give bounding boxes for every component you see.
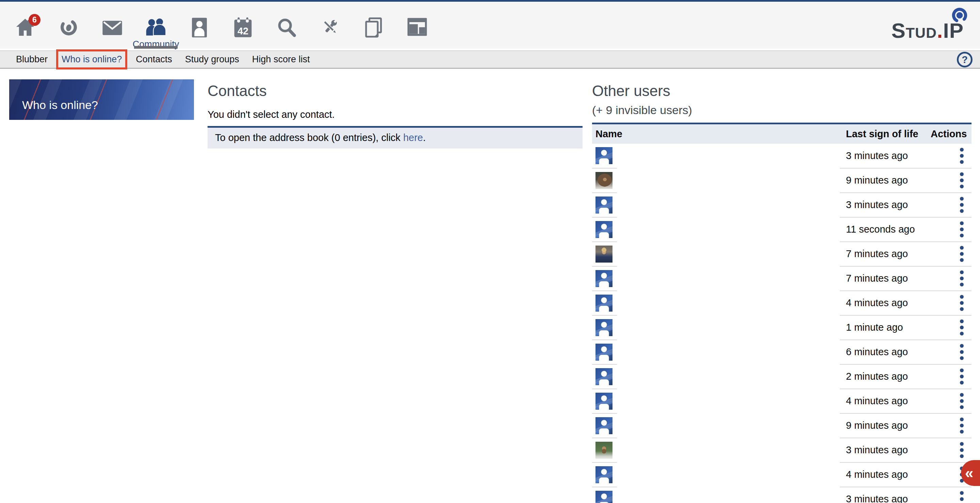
sidebar-banner: Who is online? — [9, 79, 194, 120]
avatar-cell — [592, 487, 617, 503]
courses-spiral-icon — [59, 18, 79, 37]
avatar-cell — [592, 463, 617, 487]
name-cell — [617, 242, 840, 266]
table-row: 7 minutes ago — [592, 242, 972, 266]
user-avatar[interactable] — [595, 343, 612, 361]
column-header-name[interactable]: Name — [592, 124, 840, 144]
nav-courses[interactable] — [47, 2, 91, 49]
studip-logo: Stud.IP — [891, 9, 964, 43]
table-row: 3 minutes ago — [592, 193, 972, 217]
actions-cell — [931, 266, 972, 291]
help-icon[interactable]: ? — [957, 52, 972, 67]
user-avatar[interactable] — [595, 417, 612, 434]
actions-cell — [931, 315, 972, 340]
search-icon — [277, 18, 296, 37]
tab-high-score-list[interactable]: High score list — [246, 54, 317, 65]
logo-text-stud: Stud — [891, 20, 937, 41]
user-avatar[interactable] — [595, 196, 612, 214]
contacts-empty-message: You didn't select any contact. — [208, 109, 582, 120]
table-row: 9 minutes ago — [592, 168, 972, 193]
active-tab-indicator — [134, 46, 178, 49]
actions-menu-button[interactable] — [959, 197, 964, 213]
user-avatar[interactable] — [595, 270, 612, 287]
user-avatar[interactable] — [595, 442, 612, 459]
table-header-row: Name Last sign of life Actions — [592, 124, 972, 144]
last-sign-cell: 9 minutes ago — [840, 168, 931, 193]
column-header-last-sign[interactable]: Last sign of life — [840, 124, 931, 144]
user-avatar[interactable] — [595, 319, 612, 336]
user-avatar[interactable] — [595, 172, 612, 189]
last-sign-cell: 11 seconds ago — [840, 217, 931, 242]
user-avatar[interactable] — [595, 393, 612, 410]
table-row: 3 minutes ago — [592, 438, 972, 463]
other-users-tbody: 3 minutes ago 9 minutes ago — [592, 144, 972, 503]
calendar-day-number: 42 — [237, 26, 248, 37]
actions-menu-button[interactable] — [959, 221, 964, 237]
tab-who-is-online[interactable]: Who is online? — [62, 54, 122, 64]
table-row: 4 minutes ago — [592, 291, 972, 315]
actions-cell — [931, 340, 972, 364]
nav-files[interactable] — [352, 2, 395, 49]
actions-cell — [931, 364, 972, 389]
name-cell — [617, 364, 840, 389]
name-cell — [617, 266, 840, 291]
name-cell — [617, 487, 840, 503]
actions-menu-button[interactable] — [959, 270, 964, 286]
nav-profile[interactable] — [178, 2, 221, 49]
nav-messages[interactable] — [91, 2, 134, 49]
collapse-chevrons-icon: « — [965, 465, 973, 482]
address-book-text: To open the address book (0 entries), cl… — [215, 132, 403, 143]
last-sign-cell: 3 minutes ago — [840, 487, 931, 503]
user-avatar[interactable] — [595, 147, 612, 164]
actions-menu-button[interactable] — [959, 319, 964, 335]
table-row: 4 minutes ago — [592, 389, 972, 414]
name-cell — [617, 414, 840, 438]
actions-menu-button[interactable] — [959, 369, 964, 385]
actions-menu-button[interactable] — [959, 491, 964, 503]
actions-menu-button[interactable] — [959, 148, 964, 164]
name-cell — [617, 463, 840, 487]
tab-contacts[interactable]: Contacts — [129, 54, 179, 65]
other-users-title: Other users — [592, 82, 972, 99]
actions-menu-button[interactable] — [959, 172, 964, 188]
user-avatar[interactable] — [595, 246, 612, 263]
address-book-link[interactable]: here — [403, 132, 423, 143]
profile-card-icon — [191, 18, 208, 38]
actions-cell — [931, 291, 972, 315]
avatar-cell — [592, 438, 617, 463]
online-users-table: Name Last sign of life Actions 3 minutes… — [592, 123, 972, 503]
actions-cell — [931, 438, 972, 463]
tab-study-groups[interactable]: Study groups — [179, 54, 246, 65]
actions-menu-button[interactable] — [959, 442, 964, 458]
last-sign-cell: 1 minute ago — [840, 315, 931, 340]
nav-community[interactable]: Community — [134, 2, 178, 49]
avatar-cell — [592, 315, 617, 340]
avatar-cell — [592, 291, 617, 315]
actions-menu-button[interactable] — [959, 393, 964, 409]
user-avatar[interactable] — [595, 221, 612, 238]
table-row: 4 minutes ago — [592, 463, 972, 487]
nav-home[interactable]: 6 — [3, 2, 47, 49]
user-avatar[interactable] — [595, 491, 612, 503]
user-avatar[interactable] — [595, 466, 612, 483]
nav-search[interactable] — [265, 2, 308, 49]
nav-board[interactable] — [395, 2, 439, 49]
logo-dot: . — [937, 20, 943, 41]
invisible-users-count: (+ 9 invisible users) — [592, 104, 972, 117]
actions-menu-button[interactable] — [959, 246, 964, 262]
address-book-text-suffix: . — [423, 132, 426, 143]
last-sign-cell: 3 minutes ago — [840, 193, 931, 217]
last-sign-cell: 7 minutes ago — [840, 266, 931, 291]
tab-blubber[interactable]: Blubber — [10, 54, 54, 65]
nav-tools[interactable] — [308, 2, 352, 49]
user-avatar[interactable] — [595, 295, 612, 311]
name-cell — [617, 315, 840, 340]
last-sign-cell: 3 minutes ago — [840, 438, 931, 463]
name-cell — [617, 340, 840, 364]
actions-menu-button[interactable] — [959, 295, 964, 311]
actions-cell — [931, 193, 972, 217]
actions-menu-button[interactable] — [959, 418, 964, 434]
actions-menu-button[interactable] — [959, 344, 964, 360]
nav-planner[interactable]: 42 — [221, 2, 265, 49]
user-avatar[interactable] — [595, 368, 612, 385]
